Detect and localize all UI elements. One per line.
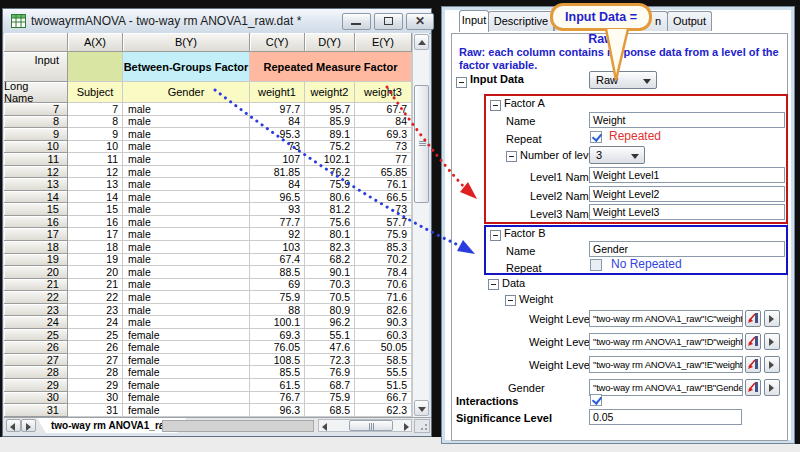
long-name-cell[interactable]: Gender [123,82,250,103]
data-cell-weight2[interactable]: 89.1 [305,128,355,141]
data-cell-weight3[interactable]: 77 [355,153,412,166]
horizontal-scrollbar[interactable] [318,419,412,432]
row-header-cell[interactable]: 18 [4,241,68,254]
data-cell-weight3[interactable]: 50.05 [355,341,412,354]
data-cell-weight3[interactable]: 57.7 [355,216,412,229]
data-cell-weight2[interactable]: 68.2 [305,254,355,267]
data-cell-weight3[interactable]: 78.4 [355,266,412,279]
data-cell-subject[interactable]: 17 [68,228,123,241]
collapse-weight-icon[interactable] [505,295,516,306]
row-header-cell[interactable]: 26 [4,341,68,354]
data-cell-weight3[interactable]: 75.9 [355,228,412,241]
data-cell-weight1[interactable]: 81.85 [250,166,305,179]
data-cell-subject[interactable]: 10 [68,141,123,154]
range-options-button[interactable] [764,356,780,373]
data-cell-gender[interactable]: female [123,354,250,367]
data-cell-weight3[interactable]: 62.3 [355,404,412,417]
long-name-cell[interactable]: weight3 [355,82,412,103]
data-cell-subject[interactable]: 15 [68,203,123,216]
column-header-cell[interactable]: A(X) [68,33,123,52]
row-header-cell[interactable]: 30 [4,392,68,405]
data-cell-weight1[interactable]: 108.5 [250,354,305,367]
factor-b-repeat-checkbox[interactable] [590,259,602,271]
data-cell-weight2[interactable]: 102.1 [305,153,355,166]
data-cell-weight1[interactable]: 100.1 [250,316,305,329]
data-cell-weight1[interactable]: 69 [250,279,305,292]
collapse-factor-b-icon[interactable] [490,230,501,241]
dialog-tab-input[interactable]: Input [459,10,489,32]
range-input[interactable]: "two-way rm ANOVA1_raw"!B"Gender" [589,379,743,396]
minimize-button[interactable] [342,13,371,30]
long-name-row-header[interactable]: Long Name [4,82,68,103]
level-name-input[interactable]: Weight Level3 [589,204,785,220]
restore-button[interactable] [374,13,403,30]
data-cell-weight2[interactable]: 75.9 [305,178,355,191]
data-cell-subject[interactable]: 27 [68,354,123,367]
data-cell-gender[interactable]: female [123,379,250,392]
data-cell-weight3[interactable]: 65.85 [355,166,412,179]
data-cell-gender[interactable]: male [123,316,250,329]
dialog-tab-descriptive-sta[interactable]: Descriptive Sta [488,11,554,31]
data-cell-weight2[interactable]: 85.9 [305,116,355,129]
data-cell-subject[interactable]: 7 [68,103,123,116]
data-cell-weight2[interactable]: 72.3 [305,354,355,367]
data-cell-weight2[interactable]: 80.6 [305,191,355,204]
data-cell-weight1[interactable]: 97.7 [250,103,305,116]
data-cell-subject[interactable]: 8 [68,116,123,129]
collapse-levels-icon[interactable] [506,151,517,162]
data-cell-subject[interactable]: 26 [68,341,123,354]
data-cell-subject[interactable]: 31 [68,404,123,417]
data-cell-gender[interactable]: male [123,153,250,166]
scroll-up-button[interactable] [414,34,429,50]
data-cell-weight2[interactable]: 68.5 [305,404,355,417]
close-button[interactable]: ✕ [406,13,434,30]
data-cell-weight1[interactable]: 77.7 [250,216,305,229]
data-cell-weight1[interactable]: 107 [250,153,305,166]
data-cell-weight3[interactable]: 66.5 [355,191,412,204]
row-header-cell[interactable]: 11 [4,153,68,166]
data-cell-weight1[interactable]: 88 [250,304,305,317]
range-input[interactable]: "two-way rm ANOVA1_raw"!D"weight2" [589,333,743,350]
data-cell-subject[interactable]: 24 [68,316,123,329]
data-cell-gender[interactable]: female [123,341,250,354]
data-cell-weight1[interactable]: 96.3 [250,404,305,417]
select-column-button[interactable] [745,356,761,373]
vertical-scrollbar[interactable] [412,33,429,417]
between-groups-factor-cell[interactable]: Between-Groups Factor [123,52,250,82]
data-cell-weight1[interactable]: 76.7 [250,392,305,405]
data-cell-subject[interactable]: 11 [68,153,123,166]
data-cell-gender[interactable]: male [123,279,250,292]
data-cell-weight3[interactable]: 66.7 [355,392,412,405]
collapse-data-icon[interactable] [488,279,499,290]
data-cell-weight1[interactable]: 61.5 [250,379,305,392]
data-cell-subject[interactable]: 28 [68,366,123,379]
range-options-button[interactable] [764,333,780,350]
select-column-button[interactable] [745,333,761,350]
data-cell-weight1[interactable]: 103 [250,241,305,254]
row-header-cell[interactable]: 12 [4,166,68,179]
data-cell-gender[interactable]: male [123,228,250,241]
data-cell-subject[interactable]: 23 [68,304,123,317]
data-cell-weight2[interactable]: 90.1 [305,266,355,279]
data-cell-weight1[interactable]: 76.05 [250,341,305,354]
row-header-cell[interactable]: 29 [4,379,68,392]
data-cell-weight3[interactable]: 71.6 [355,291,412,304]
horizontal-scroll-thumb[interactable] [349,420,393,431]
data-cell-subject[interactable]: 21 [68,279,123,292]
row-header-cell[interactable]: 7 [4,103,68,116]
data-cell-weight1[interactable]: 92 [250,228,305,241]
data-cell-weight3[interactable]: 58.5 [355,354,412,367]
data-cell-weight1[interactable]: 73 [250,141,305,154]
collapse-factor-a-icon[interactable] [490,100,501,111]
data-cell-weight3[interactable]: 70.6 [355,279,412,292]
data-cell-gender[interactable]: male [123,128,250,141]
factor-a-repeat-checkbox[interactable] [590,131,602,143]
level-name-input[interactable]: Weight Level2 [589,186,785,202]
data-cell-weight1[interactable]: 75.9 [250,291,305,304]
data-cell-subject[interactable]: 9 [68,128,123,141]
long-name-cell[interactable]: weight1 [250,82,305,103]
significance-level-input[interactable]: 0.05 [589,409,742,425]
data-cell-gender[interactable]: female [123,404,250,417]
input-data-dropdown[interactable]: Raw [589,71,657,89]
data-cell-weight3[interactable]: 85.3 [355,241,412,254]
